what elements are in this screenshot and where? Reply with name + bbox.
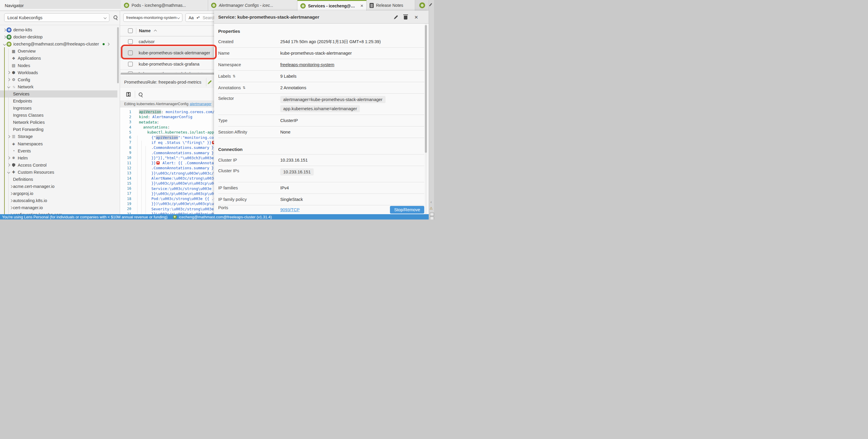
sort-icon[interactable]: ⇅: [233, 74, 236, 78]
sidebar-item-namespaces[interactable]: ◈Namespaces: [0, 140, 117, 147]
sidebar-item-nodes[interactable]: ▤Nodes: [0, 62, 117, 69]
tab-close-icon[interactable]: ×: [361, 3, 363, 9]
chevron-down-icon[interactable]: [7, 171, 10, 174]
chevron-right-icon[interactable]: [7, 157, 10, 160]
save-icon[interactable]: [126, 92, 131, 97]
chevron-right-icon[interactable]: [7, 71, 10, 74]
sidebar-item-applications[interactable]: ❖Applications: [0, 55, 117, 62]
sidebar-scrollbar[interactable]: [117, 27, 119, 83]
active-cluster-status[interactable]: icecheng@mathmast.com@freeleaps-cluster …: [179, 215, 272, 219]
custom-icon: ✚: [11, 170, 17, 174]
sidebar-item-custom-resources[interactable]: ✚Custom Resources: [0, 169, 117, 176]
chevron-right-icon[interactable]: [7, 164, 10, 167]
detail-value: 10.233.16.151: [280, 158, 308, 163]
sidebar-item-network-policies[interactable]: Network Policies: [0, 119, 117, 126]
sidebar-item-network[interactable]: ↑↓Network: [0, 83, 117, 91]
sidebar-item-icecheng-mathmast-com-freeleaps-cluster[interactable]: ☸icecheng@mathmast.com@freeleaps-cluster: [0, 40, 117, 47]
line-number: 9: [120, 151, 131, 155]
chevron-right-icon[interactable]: [3, 28, 6, 31]
port-link[interactable]: 9093/TCP: [280, 207, 300, 212]
find-icon[interactable]: [138, 93, 143, 96]
edit-icon[interactable]: [394, 15, 398, 19]
namespace-link[interactable]: freeleaps-monitoring-system: [280, 62, 334, 67]
tree-toggle[interactable]: [2, 29, 6, 31]
sidebar-item-ingress-classes[interactable]: Ingress Classes: [0, 112, 117, 119]
chevron-right-icon[interactable]: [9, 192, 12, 195]
search-icon[interactable]: [114, 15, 117, 19]
tab-alertmanager-configs[interactable]: ☸Alertmanager Configs - icec...: [208, 0, 298, 11]
tree-toggle[interactable]: [2, 43, 6, 45]
tab-release-notes[interactable]: Release Notes: [367, 0, 415, 11]
row-checkbox[interactable]: [128, 62, 133, 66]
name-column-header[interactable]: Name: [139, 28, 151, 33]
status-bar: You're using Lens Personal (for individu…: [0, 214, 429, 220]
chevron-right-icon[interactable]: [7, 78, 10, 81]
sidebar-item-acme-cert-manager-io[interactable]: acme.cert-manager.io: [0, 183, 117, 190]
chevron-right-icon[interactable]: [9, 199, 12, 202]
edit-icon[interactable]: [208, 80, 212, 83]
sidebar-item-label: Storage: [18, 134, 33, 139]
indent-guide: [141, 141, 142, 214]
match-case-icon[interactable]: Aa: [189, 15, 194, 20]
sidebar-item-port-forwarding[interactable]: Port Forwarding: [0, 126, 117, 133]
close-icon[interactable]: ×: [414, 14, 418, 20]
sidebar-item-helm[interactable]: ✵Helm: [0, 155, 117, 162]
sort-icon[interactable]: ⇅: [243, 86, 246, 90]
sidebar-item-endpoints[interactable]: Endpoints: [0, 98, 117, 105]
tree-toggle[interactable]: [6, 157, 11, 159]
sort-ascending-icon[interactable]: [154, 30, 157, 33]
tree-toggle[interactable]: [6, 164, 11, 166]
sidebar-item-overview[interactable]: ▦Overview: [0, 47, 117, 55]
kubernetes-icon: ☸: [300, 3, 306, 8]
delete-icon[interactable]: [404, 16, 407, 20]
chevron-down-icon[interactable]: [7, 86, 10, 88]
regex-icon[interactable]: ▪*: [196, 15, 199, 20]
kubeconfig-select[interactable]: Local Kubeconfigs: [4, 13, 110, 22]
detail-label-text: Session Affinity: [218, 130, 247, 134]
sidebar-item-cert-manager-io[interactable]: cert-manager.io: [0, 204, 117, 211]
sidebar-item-label: icecheng@mathmast.com@freeleaps-cluster: [13, 42, 99, 46]
chevron-right-icon[interactable]: [106, 42, 110, 45]
namespace-select[interactable]: freeleaps-monitoring-system: [123, 13, 182, 22]
tab-pods[interactable]: ☸Pods - icecheng@mathmas...: [121, 0, 208, 11]
sidebar-item-demo-k8s[interactable]: ☸demo-k8s: [0, 26, 117, 33]
tree-toggle[interactable]: [6, 71, 11, 74]
line-number: 16: [120, 187, 131, 191]
editing-resource-link[interactable]: alertmanager: [190, 102, 212, 106]
sidebar-item-access-control[interactable]: Access Control: [0, 162, 117, 169]
tree-toggle[interactable]: [2, 36, 6, 38]
navigator-title: Navigator: [5, 0, 24, 11]
tree-toggle[interactable]: [6, 78, 11, 81]
sidebar-item-events[interactable]: ◔Events: [0, 147, 117, 155]
sidebar-item-storage[interactable]: ☰Storage: [0, 133, 117, 140]
sidebar-item-definitions[interactable]: Definitions: [0, 176, 117, 183]
tab-strip-filler: [19, 0, 121, 9]
chevron-right-icon[interactable]: [7, 135, 10, 138]
sidebar-item-docker-desktop[interactable]: ☸docker-desktop: [0, 33, 117, 40]
sidebar-item-label: Ingresses: [13, 106, 32, 110]
tree-toggle[interactable]: [9, 185, 13, 188]
row-checkbox[interactable]: [128, 39, 133, 44]
sidebar-item-autoscaling-k8s-io[interactable]: autoscaling.k8s.io: [0, 197, 117, 204]
panel-scrollbar[interactable]: [425, 25, 427, 153]
sidebar-item-argoproj-io[interactable]: argoproj.io: [0, 190, 117, 197]
sidebar-item-ingresses[interactable]: Ingresses: [0, 105, 117, 112]
chevron-down-icon[interactable]: [3, 42, 6, 45]
tree-toggle[interactable]: [6, 136, 11, 138]
chevron-right-icon[interactable]: [3, 35, 6, 38]
tree-toggle[interactable]: [9, 193, 13, 195]
tree-toggle[interactable]: [6, 171, 11, 173]
tree-toggle[interactable]: [9, 207, 13, 209]
port-stop-remove-button[interactable]: Stop/Remove: [390, 206, 424, 213]
tree-toggle[interactable]: [6, 86, 11, 88]
select-all-checkbox[interactable]: [128, 28, 133, 33]
tree-toggle[interactable]: [9, 200, 13, 202]
chevron-right-icon[interactable]: [9, 185, 12, 188]
cluster-tree: ☸demo-k8s☸docker-desktop☸icecheng@mathma…: [0, 26, 117, 218]
sidebar-item-services[interactable]: Services: [0, 91, 117, 98]
detail-row-cluster-ips: Cluster IPs10.233.16.151: [218, 166, 424, 182]
tab-services[interactable]: ☸Services - icecheng@math...×: [298, 0, 367, 11]
sidebar-item-workloads[interactable]: ⬢Workloads: [0, 69, 117, 76]
sidebar-item-config[interactable]: ⚙Config: [0, 76, 117, 83]
chevron-right-icon[interactable]: [9, 206, 12, 209]
